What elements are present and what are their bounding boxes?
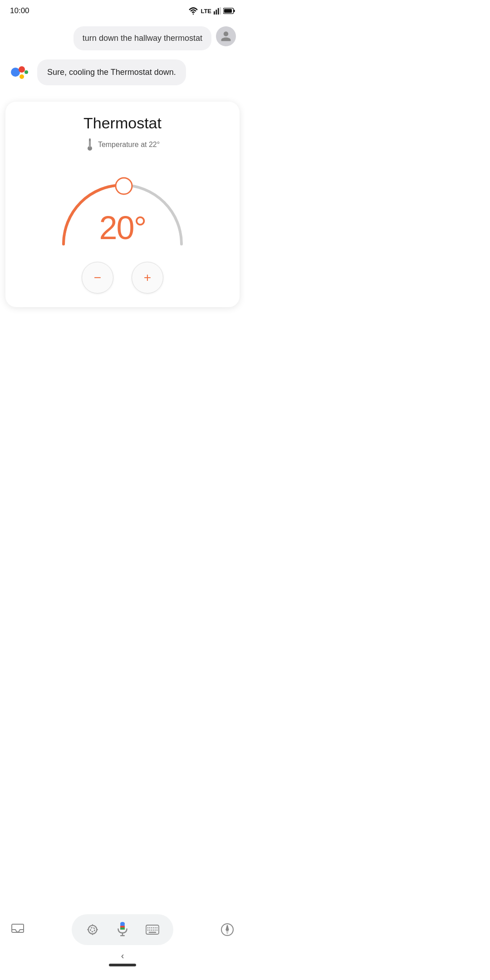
svg-point-11	[24, 70, 28, 74]
svg-rect-6	[234, 10, 235, 12]
svg-point-9	[19, 66, 25, 73]
user-bubble: turn down the hallway thermostat	[74, 26, 211, 50]
signal-icon	[214, 7, 221, 15]
temp-label: Temperature at 22°	[98, 141, 160, 149]
thermostat-controls: − +	[15, 262, 230, 294]
svg-rect-4	[220, 7, 221, 15]
svg-point-10	[20, 74, 24, 79]
thermostat-card: Thermostat Temperature at 22° 20° − +	[5, 102, 240, 307]
wifi-icon	[188, 7, 198, 15]
svg-point-0	[193, 14, 194, 15]
dial-container: 20°	[50, 160, 195, 251]
battery-icon	[223, 8, 235, 14]
svg-rect-3	[218, 8, 219, 15]
google-assistant-logo	[9, 60, 33, 84]
assistant-bubble: Sure, cooling the Thermostat down.	[37, 59, 186, 85]
svg-point-8	[11, 68, 20, 77]
assistant-row: Sure, cooling the Thermostat down.	[9, 59, 236, 85]
temp-label-row: Temperature at 22°	[15, 138, 230, 151]
decrease-button[interactable]: −	[82, 262, 113, 294]
svg-rect-7	[224, 9, 232, 13]
temp-display: 20°	[99, 209, 146, 246]
user-avatar	[216, 26, 236, 46]
lte-label: LTE	[201, 8, 211, 15]
thermostat-title: Thermostat	[15, 114, 230, 132]
svg-rect-2	[216, 10, 217, 15]
svg-rect-1	[214, 11, 215, 15]
status-icons: LTE	[188, 7, 235, 15]
chat-area: turn down the hallway thermostat Sure, c…	[0, 19, 245, 97]
person-icon	[220, 30, 232, 42]
svg-point-15	[116, 178, 132, 194]
thermometer-icon	[85, 138, 94, 151]
status-time: 10:00	[10, 6, 29, 15]
status-bar: 10:00 LTE	[0, 0, 245, 19]
user-message-row: turn down the hallway thermostat	[9, 26, 236, 50]
increase-button[interactable]: +	[132, 262, 163, 294]
